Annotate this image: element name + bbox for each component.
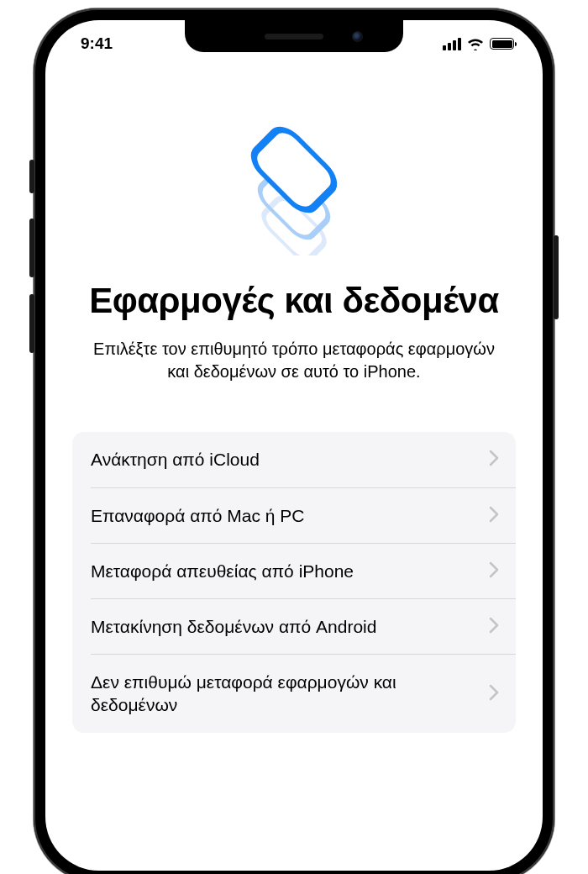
status-time: 9:41: [74, 28, 113, 53]
side-button: [554, 235, 559, 319]
status-icons: [443, 31, 514, 50]
main-content: Εφαρμογές και δεδομένα Επιλέξτε τον επιθ…: [45, 20, 543, 733]
battery-icon: [490, 38, 514, 50]
cellular-signal-icon: [443, 38, 461, 50]
front-camera: [352, 31, 363, 42]
notch: [185, 20, 403, 52]
phone-frame: 9:41: [34, 8, 554, 874]
page-subtitle: Επιλέξτε τον επιθυμητό τρόπο μεταφοράς ε…: [45, 338, 543, 383]
chevron-right-icon: [489, 450, 499, 470]
volume-down-button: [29, 294, 34, 353]
chevron-right-icon: [489, 561, 499, 582]
option-transfer-iphone[interactable]: Μεταφορά απευθείας από iPhone: [72, 544, 516, 599]
wifi-icon: [467, 38, 484, 50]
option-restore-icloud[interactable]: Ανάκτηση από iCloud: [72, 432, 516, 487]
apps-data-stack-icon: [45, 121, 543, 255]
option-move-android[interactable]: Μετακίνηση δεδομένων από Android: [72, 599, 516, 655]
page-title: Εφαρμογές και δεδομένα: [45, 281, 543, 321]
mute-switch: [29, 160, 34, 193]
chevron-right-icon: [489, 506, 499, 526]
option-dont-transfer[interactable]: Δεν επιθυμώ μεταφορά εφαρμογών και δεδομ…: [72, 655, 516, 733]
options-list: Ανάκτηση από iCloud Επαναφορά από Mac ή …: [72, 432, 516, 733]
option-restore-mac-pc[interactable]: Επαναφορά από Mac ή PC: [72, 488, 516, 544]
option-label: Μετακίνηση δεδομένων από Android: [91, 616, 386, 638]
speaker-grille: [265, 34, 323, 39]
option-label: Μεταφορά απευθείας από iPhone: [91, 561, 364, 582]
option-label: Δεν επιθυμώ μεταφορά εφαρμογών και δεδομ…: [91, 671, 489, 716]
option-label: Επαναφορά από Mac ή PC: [91, 505, 315, 527]
chevron-right-icon: [489, 684, 499, 704]
chevron-right-icon: [489, 617, 499, 637]
volume-up-button: [29, 218, 34, 277]
screen: 9:41: [45, 20, 543, 871]
svg-rect-2: [248, 124, 340, 216]
option-label: Ανάκτηση από iCloud: [91, 449, 270, 471]
